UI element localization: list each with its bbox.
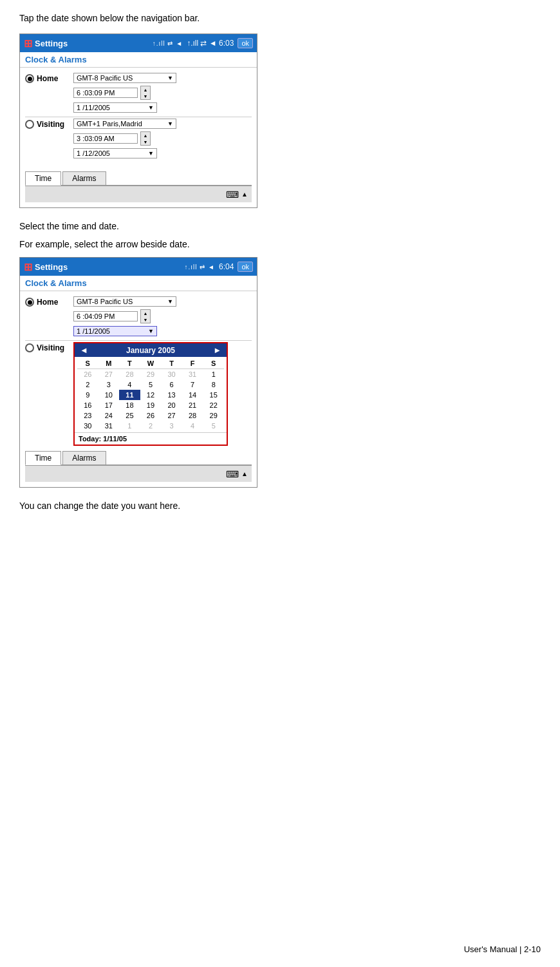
home-timezone-dropdown-2[interactable]: GMT-8 Pacific US ▼ (73, 296, 176, 307)
cal-cell-w2-0[interactable]: 9 (77, 390, 98, 400)
cal-cell-w4-0[interactable]: 23 (77, 410, 98, 421)
visiting-time-field-1[interactable]: 3 :03:09 AM (73, 133, 138, 144)
visiting-timezone-dropdown-1[interactable]: GMT+1 Paris,Madrid ▼ (73, 119, 176, 129)
cal-cell-w0-2[interactable]: 28 (119, 369, 140, 379)
home-time-field-1[interactable]: 6 :03:09 PM (73, 88, 138, 98)
time-display-2: 6:04 (219, 262, 234, 271)
cal-cell-w2-4[interactable]: 13 (161, 390, 182, 400)
home-label-1: Home (37, 74, 58, 83)
home-radio-2[interactable] (25, 298, 34, 307)
cal-cell-w4-2[interactable]: 25 (119, 410, 140, 421)
home-fields-2: GMT-8 Pacific US ▼ 6 :04:09 PM ▲ ▼ (73, 296, 252, 336)
body-text-3: You can change the date you want here. (19, 501, 541, 511)
home-date-arrow-1: ▼ (148, 104, 154, 111)
cal-cell-w1-5[interactable]: 7 (182, 379, 203, 390)
cal-cell-w1-0[interactable]: 2 (77, 379, 98, 390)
cal-cell-w1-2[interactable]: 4 (119, 379, 140, 390)
up-arrow-btn-2[interactable]: ▲ (241, 470, 248, 477)
cal-cell-w5-5[interactable]: 4 (182, 421, 203, 431)
home-time-spin-1: ▲ ▼ (140, 86, 151, 100)
cal-cell-w3-2[interactable]: 18 (119, 400, 140, 410)
intro-text: Tap the date shown below the navigation … (19, 13, 541, 23)
visiting-fields-1: GMT+1 Paris,Madrid ▼ 3 :03:09 AM ▲ ▼ (73, 119, 252, 158)
windows-logo-icon-1: ⊞ (24, 37, 32, 50)
home-time-down-2[interactable]: ▼ (141, 316, 150, 323)
tab-alarms-1[interactable]: Alarms (62, 171, 106, 185)
cal-cell-w0-0[interactable]: 26 (77, 369, 98, 379)
cal-cell-w3-1[interactable]: 17 (98, 400, 120, 410)
cal-cell-w3-6[interactable]: 22 (203, 400, 224, 410)
tab-time-2[interactable]: Time (25, 451, 61, 465)
ok-button-1[interactable]: ok (238, 38, 253, 48)
cal-cell-w0-1[interactable]: 27 (98, 369, 120, 379)
cal-cell-w2-2-selected[interactable]: 11 (119, 390, 140, 400)
visiting-radio-label-2[interactable]: Visiting (25, 342, 73, 352)
cal-cell-w4-3[interactable]: 26 (140, 410, 162, 421)
cal-cell-w4-6[interactable]: 29 (203, 410, 224, 421)
cal-cell-w2-6[interactable]: 15 (203, 390, 224, 400)
cal-cell-w3-4[interactable]: 20 (161, 400, 182, 410)
cal-cell-w3-0[interactable]: 16 (77, 400, 98, 410)
visiting-timezone-value-1: GMT+1 Paris,Madrid (77, 120, 142, 128)
cal-cell-w5-4[interactable]: 3 (161, 421, 182, 431)
cal-cell-w5-3[interactable]: 2 (140, 421, 162, 431)
visiting-date-dropdown-1[interactable]: 1 /12/2005 ▼ (73, 148, 157, 158)
cal-cell-w0-6[interactable]: 1 (203, 369, 224, 379)
home-date-dropdown-1[interactable]: 1 /11/2005 ▼ (73, 102, 157, 113)
home-timezone-dropdown-1[interactable]: GMT-8 Pacific US ▼ (73, 73, 176, 83)
cal-prev-button[interactable]: ◄ (80, 345, 88, 355)
cal-cell-w4-1[interactable]: 24 (98, 410, 120, 421)
cal-cell-w1-3[interactable]: 5 (140, 379, 162, 390)
cal-next-button[interactable]: ► (213, 345, 221, 355)
home-radio-1[interactable] (25, 74, 34, 83)
cal-cell-w2-1[interactable]: 10 (98, 390, 120, 400)
cal-cell-w5-6[interactable]: 5 (203, 421, 224, 431)
keyboard-icon-2[interactable]: ⌨ (226, 469, 239, 479)
visiting-radio-2[interactable] (25, 343, 34, 352)
home-radio-label-2[interactable]: Home (25, 296, 73, 307)
ok-button-2[interactable]: ok (238, 262, 253, 272)
home-row-1: Home GMT-8 Pacific US ▼ 6 :03:09 PM (25, 73, 252, 113)
cal-week-5: 30 31 1 2 3 4 5 (77, 421, 224, 431)
cal-cell-w3-3[interactable]: 19 (140, 400, 162, 410)
visiting-radio-label-1[interactable]: Visiting (25, 119, 73, 129)
cal-cell-w0-5[interactable]: 31 (182, 369, 203, 379)
visiting-time-down-1[interactable]: ▼ (141, 139, 150, 145)
home-radio-label-1[interactable]: Home (25, 73, 73, 83)
cal-cell-w0-3[interactable]: 29 (140, 369, 162, 379)
visiting-time-up-1[interactable]: ▲ (141, 132, 150, 139)
cal-cell-w4-5[interactable]: 28 (182, 410, 203, 421)
title-bar-left-2: ⊞ Settings (24, 261, 68, 273)
home-time-up-2[interactable]: ▲ (141, 310, 150, 316)
cal-cell-w3-5[interactable]: 21 (182, 400, 203, 410)
tab-time-1[interactable]: Time (25, 171, 61, 186)
tabs-row-1: Time Alarms (25, 171, 252, 186)
cal-cell-w5-1[interactable]: 31 (98, 421, 120, 431)
cal-cell-w0-4[interactable]: 30 (161, 369, 182, 379)
home-timezone-value-1: GMT-8 Pacific US (77, 74, 133, 82)
visiting-radio-1[interactable] (25, 120, 34, 129)
home-time-down-1[interactable]: ▼ (141, 93, 150, 99)
cal-cell-w5-0[interactable]: 30 (77, 421, 98, 431)
cal-cell-w1-1[interactable]: 3 (98, 379, 120, 390)
cal-cell-w5-2[interactable]: 1 (119, 421, 140, 431)
cal-cell-w4-4[interactable]: 27 (161, 410, 182, 421)
title-bar-1: ⊞ Settings ↑.ıll ⇄ ◄ ↑.ıll ⇄ ◄ 6:03 ok (20, 34, 257, 52)
keyboard-icon-1[interactable]: ⌨ (226, 189, 239, 200)
home-label-2: Home (37, 298, 58, 307)
cal-cell-w2-3[interactable]: 12 (140, 390, 162, 400)
day-s1: S (77, 359, 98, 367)
cal-cell-w1-6[interactable]: 8 (203, 379, 224, 390)
home-time-up-1[interactable]: ▲ (141, 86, 150, 93)
tab-alarms-2[interactable]: Alarms (62, 451, 106, 464)
home-time-field-2[interactable]: 6 :04:09 PM (73, 311, 138, 321)
up-arrow-btn-1[interactable]: ▲ (241, 191, 248, 198)
home-time-value-2: 6 :04:09 PM (77, 312, 115, 320)
separator-2 (25, 340, 252, 341)
home-date-dropdown-2[interactable]: 1 /11/2005 ▼ (73, 326, 157, 336)
cal-cell-w1-4[interactable]: 6 (161, 379, 182, 390)
cal-cell-w2-5[interactable]: 14 (182, 390, 203, 400)
home-date-row-1: 1 /11/2005 ▼ (73, 102, 252, 113)
section-header-1: Clock & Alarms (20, 52, 257, 68)
visiting-timezone-arrow-1: ▼ (167, 120, 173, 127)
